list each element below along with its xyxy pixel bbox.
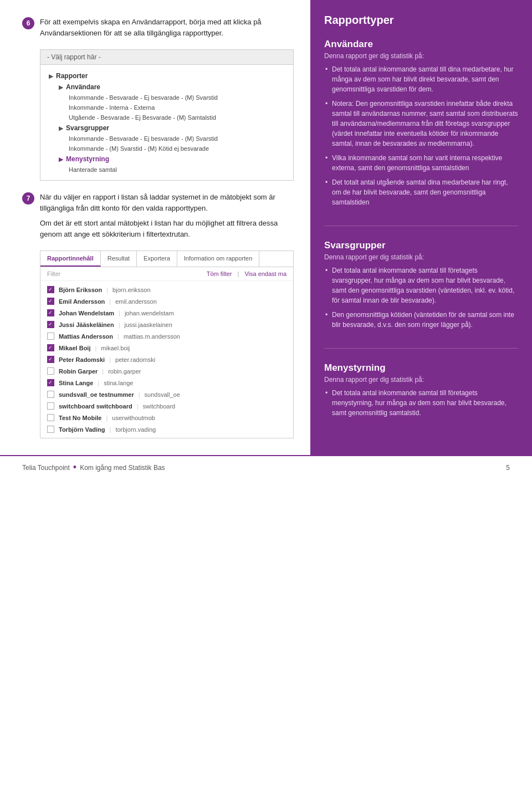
checkbox-peter[interactable] — [47, 356, 54, 363]
menystyrning-subtitle: Denna rapport ger dig statistik på: — [324, 376, 518, 384]
filter-label-text: Filter — [47, 270, 60, 277]
user-name-robin: Robin Garper — [59, 368, 98, 375]
user-name-mikael: Mikael Boij — [59, 345, 90, 351]
user-email-torbjorn: torbjorn.vading — [115, 426, 156, 433]
filter-link-sep: | — [238, 270, 239, 277]
filter-tabs: Rapportinnehåll Resultat Exportera Infor… — [40, 251, 293, 267]
svarsgrupper-subtitle: Denna rapport ger dig statistik på: — [324, 253, 518, 261]
user-email-switchboard: switchboard — [143, 403, 176, 410]
checkbox-jussi[interactable] — [47, 321, 54, 328]
svarsgrupper-section: Svarsgrupper Denna rapport ger dig stati… — [324, 240, 518, 334]
tom-filter-link[interactable]: Töm filter — [207, 270, 232, 277]
user-name-sundsvall: sundsvall_oe testnummer — [59, 391, 134, 398]
checkbox-mattias[interactable] — [47, 333, 54, 340]
triangle-menystyrning-icon: ▶ — [59, 156, 63, 162]
user-email-jussi: jussi.jaaskelainen — [125, 321, 172, 328]
tree-anvandare[interactable]: ▶ Användare — [49, 81, 285, 93]
step-7-texts: När du väljer en rapport i listan så lad… — [40, 192, 294, 239]
report-selector-header: - Välj rapport här - — [40, 50, 293, 65]
tree-rapporter[interactable]: ▶ Rapporter — [49, 70, 285, 81]
anvandare-section: Användare Denna rapport ger dig statisti… — [324, 39, 518, 212]
tree-svarsgrupper-item2: Inkommande - (M) Svarstid - (M) Kötid ej… — [49, 144, 285, 154]
checkbox-robin[interactable] — [47, 367, 54, 375]
tree-svarsgrupper[interactable]: ▶ Svarsgrupper — [49, 122, 285, 134]
user-email-mikael: mikael.boij — [101, 345, 130, 351]
checkbox-stina[interactable] — [47, 379, 54, 386]
filter-box: Rapportinnehåll Resultat Exportera Infor… — [40, 251, 294, 438]
step-6-text: För att exempelvis skapa en Användarrapp… — [40, 17, 294, 38]
list-item[interactable]: Robin Garper | robin.garper — [40, 365, 293, 377]
checkbox-emil[interactable] — [47, 298, 54, 305]
list-item[interactable]: Torbjörn Vading | torbjorn.vading — [40, 423, 293, 435]
right-column: Rapporttyper Användare Denna rapport ger… — [310, 0, 532, 455]
user-name-johan: Johan Wendelstam — [59, 310, 114, 316]
list-item[interactable]: Stina Lange | stina.lange — [40, 377, 293, 389]
report-selector-body: ▶ Rapporter ▶ Användare Inkommande - Bes… — [40, 65, 293, 180]
filter-header: Filter Töm filter | Visa endast ma — [40, 267, 293, 281]
step-6-block: 6 För att exempelvis skapa en Användarra… — [22, 17, 294, 38]
list-item[interactable]: Mikael Boij | mikael.boij — [40, 342, 293, 354]
checkbox-mikael[interactable] — [47, 344, 54, 351]
checkbox-sundsvall[interactable] — [47, 391, 54, 398]
user-email-johan: johan.wendelstam — [125, 310, 174, 316]
checkbox-johan[interactable] — [47, 309, 54, 316]
user-name-switchboard: switchboard switchboard — [59, 403, 132, 410]
user-name-emil: Emil Andersson — [59, 298, 105, 305]
list-item[interactable]: sundsvall_oe testnummer | sundsvall_oe — [40, 389, 293, 400]
list-item[interactable]: Emil Andersson | emil.andersson — [40, 295, 293, 307]
user-email-stina: stina.lange — [104, 380, 133, 386]
tab-info[interactable]: Information om rapporten — [177, 251, 260, 267]
footer-brand-name: Telia Touchpoint — [22, 464, 70, 472]
list-item[interactable]: Björn Eriksson | bjorn.eriksson — [40, 284, 293, 295]
menystyrning-bullets: Det totala antal inkommande samtal till … — [324, 388, 518, 418]
svarsgrupper-heading: Svarsgrupper — [324, 240, 518, 251]
filter-links: Töm filter | Visa endast ma — [207, 270, 287, 277]
step-7-number: 7 — [22, 192, 34, 205]
user-name-bjorn: Björn Eriksson — [59, 287, 102, 293]
tree-menystyrning[interactable]: ▶ Menystyrning — [49, 154, 285, 165]
list-item[interactable]: switchboard switchboard | switchboard — [40, 400, 293, 412]
report-selector-box: - Välj rapport här - ▶ Rapporter ▶ Använ… — [40, 49, 294, 181]
rapporttyper-title: Rapporttyper — [324, 14, 518, 27]
step-6-number: 6 — [22, 17, 34, 29]
tree-anvandare-item3: Utgående - Besvarade - Ej Besvarade - (M… — [49, 113, 285, 122]
menystyrning-bullet-1: Det totala antal inkommande samtal till … — [324, 388, 518, 418]
checkbox-testnomobile[interactable] — [47, 414, 54, 421]
tree-anvandare-item1: Inkommande - Besvarade - Ej besvarade - … — [49, 93, 285, 103]
visa-filter-link[interactable]: Visa endast ma — [244, 270, 287, 277]
checkbox-torbjorn[interactable] — [47, 426, 54, 433]
triangle-down-icon: ▶ — [49, 73, 53, 79]
tree-anvandare-item2: Inkommande - Interna - Externa — [49, 103, 285, 113]
anvandare-bullet-3: Vilka inkommande samtal som har varit in… — [324, 153, 518, 173]
user-name-testnomobile: Test No Mobile — [59, 415, 101, 421]
divider-1 — [324, 226, 518, 226]
footer-dot: • — [73, 462, 76, 473]
step-7-block: 7 När du väljer en rapport i listan så l… — [22, 192, 294, 239]
user-email-testnomobile: userwithoutmob — [112, 415, 155, 421]
triangle-anvandare-icon: ▶ — [59, 84, 63, 90]
user-email-robin: robin.garper — [108, 368, 141, 375]
checkbox-bjorn[interactable] — [47, 286, 54, 293]
tab-rapportinnehall[interactable]: Rapportinnehåll — [40, 251, 101, 267]
user-name-torbjorn: Torbjörn Vading — [59, 426, 105, 433]
list-item[interactable]: Johan Wendelstam | johan.wendelstam — [40, 307, 293, 319]
divider-2 — [324, 348, 518, 349]
user-name-mattias: Mattias Andersson — [59, 333, 113, 340]
footer-brand: Telia Touchpoint • Kom igång med Statist… — [22, 462, 165, 473]
list-item[interactable]: Test No Mobile | userwithoutmob — [40, 412, 293, 423]
list-item[interactable]: Mattias Andersson | mattias.m.andersson — [40, 330, 293, 342]
tab-resultat[interactable]: Resultat — [101, 251, 137, 267]
svarsgrupper-bullets: Det totala antal inkommande samtal till … — [324, 265, 518, 330]
user-email-peter: peter.radomski — [115, 356, 155, 363]
anvandare-bullet-2: Notera: Den genomsnittliga svarstiden in… — [324, 99, 518, 149]
anvandare-heading: Användare — [324, 39, 518, 50]
checkbox-switchboard[interactable] — [47, 402, 54, 410]
list-item[interactable]: Jussi Jääskeläinen | jussi.jaaskelainen — [40, 319, 293, 330]
anvandare-bullets: Det totala antal inkommande samtal till … — [324, 64, 518, 207]
anvandare-subtitle: Denna rapport ger dig statistik på: — [324, 52, 518, 60]
user-name-stina: Stina Lange — [59, 380, 93, 386]
tab-exportera[interactable]: Exportera — [137, 251, 177, 267]
svarsgrupper-bullet-1: Det totala antal inkommande samtal till … — [324, 265, 518, 305]
user-email-bjorn: bjorn.eriksson — [112, 287, 150, 293]
list-item[interactable]: Peter Radomski | peter.radomski — [40, 354, 293, 365]
